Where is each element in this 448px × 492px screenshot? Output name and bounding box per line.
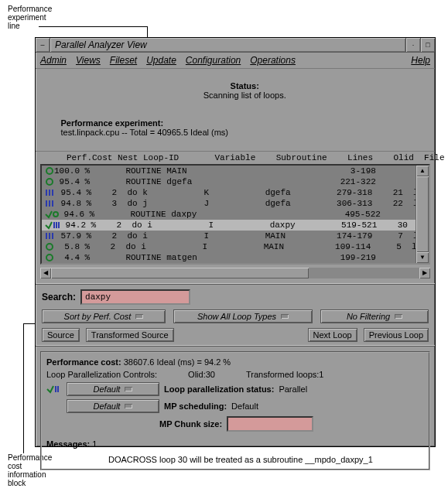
- menu-indicator-icon: [125, 404, 132, 408]
- svg-rect-10: [56, 222, 57, 228]
- filter-menu-label: No Filtering: [347, 312, 390, 321]
- table-row-text: 100.0 % ROUTINE MAIN 3-198 linpackd.f: [54, 166, 416, 176]
- menu-configuration[interactable]: Configuration: [186, 55, 241, 66]
- loop-table-body[interactable]: 100.0 % ROUTINE MAIN 3-198 linpackd.f 95…: [42, 166, 416, 263]
- svg-rect-5: [46, 200, 47, 207]
- svg-rect-3: [49, 190, 50, 196]
- message-text: DOACROSS loop 30 will be treated as a su…: [46, 450, 424, 464]
- circle-green-icon: [45, 252, 54, 263]
- window-title: Parallel Analyzer View: [50, 38, 405, 52]
- table-row-text: 5.8 % 2 do i I MAIN 109-114 5 linpackd.f: [54, 241, 416, 252]
- filter-row: Sort by Perf. Cost Show All Loop Types N…: [36, 308, 435, 325]
- annotation-top-leader: [39, 26, 147, 27]
- menu-indicator-icon: [135, 314, 143, 319]
- bars-blue-icon: [45, 187, 56, 198]
- circle-green-icon: [45, 176, 54, 187]
- main-window: – Parallel Analyzer View · □ Admin Views…: [35, 37, 436, 447]
- svg-point-16: [46, 255, 53, 261]
- table-row[interactable]: 95.4 % ROUTINE dgefa 221-322 linpackd.f: [42, 176, 416, 187]
- search-label: Search:: [42, 292, 76, 302]
- search-row: Search: daxpy: [36, 286, 435, 308]
- scheduling-menu[interactable]: Default: [67, 399, 159, 413]
- loop-status-icon: [46, 384, 62, 394]
- check-blue-icon: [45, 220, 60, 231]
- source-button[interactable]: Source: [42, 328, 80, 342]
- table-row[interactable]: 5.8 % 2 do i I MAIN 109-114 5 linpackd.f: [42, 241, 416, 252]
- svg-rect-14: [52, 233, 53, 239]
- search-input[interactable]: daxpy: [80, 289, 190, 305]
- svg-rect-18: [57, 386, 59, 392]
- menu-update[interactable]: Update: [146, 55, 176, 66]
- previous-loop-button[interactable]: Previous Loop: [364, 328, 429, 342]
- transformed-source-button[interactable]: Transformed Source: [86, 328, 174, 342]
- menu-operations[interactable]: Operations: [250, 55, 296, 66]
- table-row[interactable]: 4.4 % ROUTINE matgen 199-219 linpackd.f: [42, 252, 416, 263]
- loop-table-hscroll[interactable]: ◀ ▶: [40, 268, 430, 278]
- experiment-label: Performance experiment:: [60, 118, 163, 128]
- svg-rect-17: [55, 386, 56, 392]
- circle-green-icon: [45, 241, 54, 252]
- check-green-icon: [45, 209, 59, 220]
- parallel-status-menu[interactable]: Default: [67, 382, 159, 396]
- svg-point-1: [46, 179, 53, 185]
- table-row[interactable]: 94.6 % ROUTINE daxpy 495-522 linpackd.f: [42, 209, 416, 220]
- filter-menu[interactable]: No Filtering: [320, 309, 429, 323]
- chunk-input[interactable]: [227, 416, 313, 432]
- bars-blue-icon: [45, 231, 56, 241]
- table-row[interactable]: 57.9 % 2 do i I MAIN 174-179 7 linpackd.…: [42, 231, 416, 241]
- controls-label: Loop Parallelization Controls:: [46, 370, 157, 379]
- annotation-bottom-leader-v: [23, 323, 24, 453]
- svg-rect-9: [53, 222, 55, 228]
- scroll-up-icon[interactable]: ▲: [416, 166, 429, 176]
- scheduling-value: Default: [231, 401, 258, 411]
- perfcost-value: 38607.6 Ideal (ms) = 94.2 %: [124, 357, 231, 367]
- svg-rect-2: [46, 190, 47, 196]
- table-row[interactable]: 100.0 % ROUTINE MAIN 3-198 linpackd.f: [42, 166, 416, 176]
- svg-rect-4: [52, 190, 53, 196]
- sort-menu[interactable]: Sort by Perf. Cost: [42, 309, 166, 323]
- svg-point-8: [53, 212, 58, 217]
- menu-help[interactable]: Help: [411, 55, 430, 66]
- svg-rect-12: [46, 233, 47, 239]
- scroll-thumb[interactable]: [416, 176, 429, 252]
- table-row-text: 94.2 % 2 do i I daxpy 519-521 30 linpack…: [60, 220, 416, 231]
- looptype-menu-label: Show All Loop Types: [197, 312, 276, 321]
- loop-table: 100.0 % ROUTINE MAIN 3-198 linpackd.f 95…: [40, 164, 430, 265]
- status-label: Status:: [231, 81, 259, 91]
- scheduling-menu-label: Default: [94, 401, 121, 411]
- status-value: Scanning list of loops.: [203, 91, 286, 100]
- loop-table-vscroll[interactable]: ▲ ▼: [416, 166, 429, 263]
- scheduling-label: MP scheduling:: [164, 401, 227, 411]
- svg-point-0: [46, 168, 53, 174]
- scroll-right-icon[interactable]: ▶: [419, 268, 430, 278]
- window-menu-button[interactable]: –: [36, 38, 50, 52]
- menu-views[interactable]: Views: [76, 55, 101, 66]
- window-maximize-button[interactable]: □: [420, 38, 435, 52]
- scroll-left-icon[interactable]: ◀: [40, 268, 51, 278]
- window-minimize-button[interactable]: ·: [405, 38, 420, 52]
- menu-indicator-icon: [281, 314, 289, 319]
- menu-indicator-icon: [395, 314, 402, 319]
- olid-value: Olid:30: [188, 370, 215, 379]
- scroll-down-icon[interactable]: ▼: [416, 252, 429, 263]
- circle-green-icon: [45, 166, 54, 176]
- table-row-text: 4.4 % ROUTINE matgen 199-219 linpackd.f: [54, 252, 416, 263]
- menu-fileset[interactable]: Fileset: [110, 55, 137, 66]
- table-row[interactable]: 94.2 % 2 do i I daxpy 519-521 30 linpack…: [42, 220, 416, 231]
- parallel-status-value: Parallel: [279, 384, 307, 394]
- experiment-value: test.linpack.cpu -- Total = 40965.5 Idea…: [60, 128, 228, 137]
- table-row-text: 94.6 % ROUTINE daxpy 495-522 linpackd.f: [59, 209, 416, 220]
- detail-panel: Performance cost: 38607.6 Ideal (ms) = 9…: [40, 351, 430, 470]
- table-row-text: 57.9 % 2 do i I MAIN 174-179 7 linpackd.…: [56, 231, 416, 241]
- table-row[interactable]: 94.8 % 3 do j J dgefa 306-313 22 linpack…: [42, 198, 416, 209]
- svg-point-15: [46, 244, 53, 250]
- nav-row: Source Transformed Source Next Loop Prev…: [36, 326, 435, 343]
- table-row[interactable]: 95.4 % 2 do k K dgefa 279-318 21 linpack…: [42, 187, 416, 198]
- separator: [36, 345, 435, 347]
- messages-label: Messages:: [46, 439, 90, 449]
- hscroll-thumb[interactable]: [51, 268, 309, 278]
- parallel-status-menu-label: Default: [94, 384, 121, 394]
- menu-admin[interactable]: Admin: [40, 55, 67, 66]
- next-loop-button[interactable]: Next Loop: [308, 328, 357, 342]
- looptype-menu[interactable]: Show All Loop Types: [173, 309, 313, 323]
